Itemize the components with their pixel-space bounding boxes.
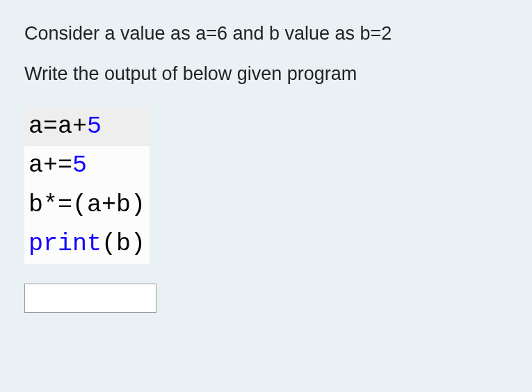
code-line-1: a=a+5 [24, 107, 150, 147]
code-line-4: print(b) [24, 224, 150, 264]
code-line-2: a+=5 [24, 146, 150, 186]
question-text-line-2: Write the output of below given program [24, 61, 508, 88]
code-token: a [29, 152, 43, 179]
code-token: a [58, 113, 72, 140]
code-token: *= [43, 191, 72, 219]
code-block: a=a+5 a+=5 b*=(a+b) print(b) [24, 107, 150, 264]
code-line-3: b*=(a+b) [24, 186, 150, 225]
code-token: (a [72, 191, 102, 219]
code-token: 5 [87, 113, 102, 140]
answer-input[interactable] [24, 284, 156, 313]
question-text-line-1: Consider a value as a=6 and b value as b… [24, 21, 508, 47]
code-token: a [29, 113, 43, 140]
code-token: = [43, 113, 58, 140]
code-token: print [29, 230, 102, 258]
code-token: + [72, 113, 87, 140]
code-token: += [43, 152, 72, 179]
code-token: 5 [72, 152, 87, 179]
code-token: (b) [102, 230, 145, 258]
code-token: b [29, 191, 43, 219]
code-token: + [102, 191, 116, 219]
code-token: b) [116, 191, 145, 219]
